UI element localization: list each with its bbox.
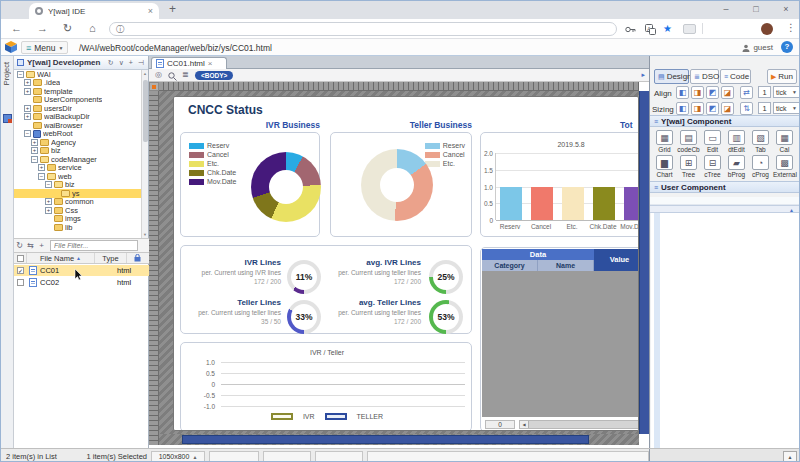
expand-icon[interactable]: + [128, 59, 134, 66]
tree-item[interactable]: +.idea [14, 79, 142, 88]
tree-expander-icon[interactable]: + [38, 164, 45, 171]
design-canvas[interactable]: CNCC Status IVR Business Teller Business… [159, 91, 639, 434]
tree-expander-icon[interactable]: − [38, 173, 45, 180]
tree-expander-icon[interactable]: + [24, 105, 31, 112]
tree-item[interactable]: waiBrowser [14, 121, 142, 130]
scroll-left-icon[interactable]: ◀ [520, 421, 529, 428]
tree-item[interactable]: −codeManager [14, 155, 142, 164]
dashboard-page[interactable]: CNCC Status IVR Business Teller Business… [173, 96, 639, 431]
browser-menu-icon[interactable]: ⋮ [786, 22, 796, 33]
tree-item[interactable]: −WAI [14, 70, 142, 79]
align-spread-icon[interactable]: ⇄ [740, 86, 753, 99]
info-icon[interactable]: ⓘ [116, 24, 124, 35]
canvas-vertical-scrollbar[interactable] [639, 91, 649, 434]
magnifier-icon[interactable] [168, 72, 177, 81]
close-button[interactable]: × [771, 1, 800, 19]
grid-pager[interactable]: 0 [485, 420, 515, 429]
tree-item[interactable]: −biz [14, 181, 142, 190]
panel-divider[interactable]: ▲ [650, 205, 800, 213]
view-button-code[interactable]: ≡Code [720, 69, 751, 84]
align-tool-icon[interactable]: ◧ [676, 86, 689, 99]
grid-group-header[interactable]: Data [482, 249, 594, 260]
user-badge[interactable]: guest [742, 43, 773, 52]
tree-item[interactable]: +common [14, 198, 142, 207]
collapse-icon[interactable]: ∨ [118, 59, 125, 67]
align-tool-icon[interactable]: ◩ [706, 86, 719, 99]
section-user-component[interactable]: ≡ User Component [650, 181, 800, 193]
tree-item[interactable]: ys [14, 189, 142, 198]
tree-expander-icon[interactable]: − [31, 156, 38, 163]
component-chart[interactable]: ▆Chart [653, 155, 676, 178]
sizing-tool-icon[interactable]: ◪ [721, 102, 734, 115]
page-size-selector[interactable]: 1050x800 ▲ [151, 451, 205, 462]
tree-expander-icon[interactable]: + [31, 147, 38, 154]
grid-hscrollbar[interactable]: ◀ [519, 420, 639, 429]
outline-icon[interactable]: ≣ [182, 70, 189, 79]
reload-icon[interactable]: ↻ [63, 22, 72, 35]
tree-expander-icon[interactable]: + [24, 113, 31, 120]
checkbox[interactable]: ✓ [17, 267, 24, 274]
tree-item[interactable]: UserComponents [14, 96, 142, 105]
back-icon[interactable]: ← [11, 22, 22, 35]
align-tool-icon[interactable]: ◨ [691, 86, 704, 99]
component-grid[interactable]: ▦Grid [653, 130, 676, 153]
url-input[interactable]: ⓘ [109, 22, 617, 36]
sizing-tool-icon[interactable]: ◩ [706, 102, 719, 115]
pin-icon[interactable]: ⊣ [137, 59, 145, 67]
component-tab[interactable]: ▧Tab [749, 130, 772, 153]
menu-button[interactable]: ≡ Menu ▼ [21, 41, 68, 54]
scroll-up-icon[interactable]: ▲ [142, 71, 148, 76]
canvas-horizontal-scrollbar[interactable] [159, 434, 639, 445]
tree-item[interactable]: +usersDir [14, 104, 142, 113]
tree-expander-icon[interactable]: + [31, 139, 38, 146]
tree-scrollbar[interactable]: ▲ ▼ [141, 70, 148, 238]
section-ywai-component[interactable]: ≡ Y[wai] Component [650, 115, 800, 127]
maximize-button[interactable]: □ [741, 1, 771, 19]
forward-icon[interactable]: → [37, 22, 48, 35]
tree-expander-icon[interactable]: + [24, 88, 31, 95]
align-tool-icon[interactable]: ◪ [721, 86, 734, 99]
sizing-tick-unit-select[interactable]: tick▼ [773, 102, 800, 114]
sizing-spread-icon[interactable]: ⇅ [740, 102, 753, 115]
minimize-button[interactable]: – [711, 1, 741, 19]
component-tree[interactable]: ⊞Tree [677, 155, 700, 178]
editor-tab-close-icon[interactable]: × [208, 59, 213, 68]
bookmark-star-icon[interactable]: ★ [663, 23, 672, 34]
scroll-down-icon[interactable]: ▼ [142, 232, 148, 237]
component-external[interactable]: ▩External [773, 155, 796, 178]
translate-icon[interactable]: A [645, 24, 656, 35]
column-file-name[interactable]: File Name▲ [27, 253, 95, 263]
component-cprog[interactable]: ◔cProg [749, 155, 772, 178]
tree-item[interactable]: +Css [14, 206, 142, 215]
tree-item[interactable]: +template [14, 87, 142, 96]
expand-up-button[interactable]: ▲ [783, 451, 797, 462]
tree-expander-icon[interactable]: − [45, 181, 52, 188]
new-tab-button[interactable]: + [169, 2, 176, 16]
header-checkbox[interactable] [14, 253, 27, 263]
tree-expander-icon[interactable]: + [45, 207, 52, 214]
tree-item[interactable]: −web [14, 172, 142, 181]
column-lock[interactable] [127, 253, 147, 263]
component-ctree[interactable]: ⊟cTree [701, 155, 724, 178]
scrollbar-thumb[interactable] [182, 435, 589, 444]
tree-expander-icon[interactable]: − [17, 71, 24, 78]
grid-column-name[interactable]: Name [538, 260, 594, 271]
grid-column-category[interactable]: Category [482, 260, 538, 271]
collapsed-section[interactable] [650, 197, 800, 205]
component-bprog[interactable]: ▰bProg [725, 155, 748, 178]
component-edit[interactable]: ▭Edit [701, 130, 724, 153]
view-button-design[interactable]: ▤Design [654, 69, 689, 84]
tree-item[interactable]: +service [14, 164, 142, 173]
body-tag-badge[interactable]: <BODY> [195, 71, 233, 80]
run-button[interactable]: ▶ Run [767, 69, 797, 84]
tree-item[interactable]: −webRoot [14, 130, 142, 139]
tree-expander-icon[interactable]: − [24, 130, 31, 137]
view-button-dso[interactable]: ≣DSO [690, 69, 719, 84]
toolbar-overflow-icon[interactable]: ▸ [641, 71, 645, 79]
tab-project[interactable]: Project [2, 62, 11, 85]
extension-icon[interactable] [683, 24, 696, 34]
checkbox[interactable] [17, 279, 24, 286]
refresh-icon[interactable]: ↻ [14, 241, 25, 250]
file-filter-input[interactable] [50, 240, 138, 251]
sizing-tick-value[interactable]: 1 [758, 102, 771, 114]
